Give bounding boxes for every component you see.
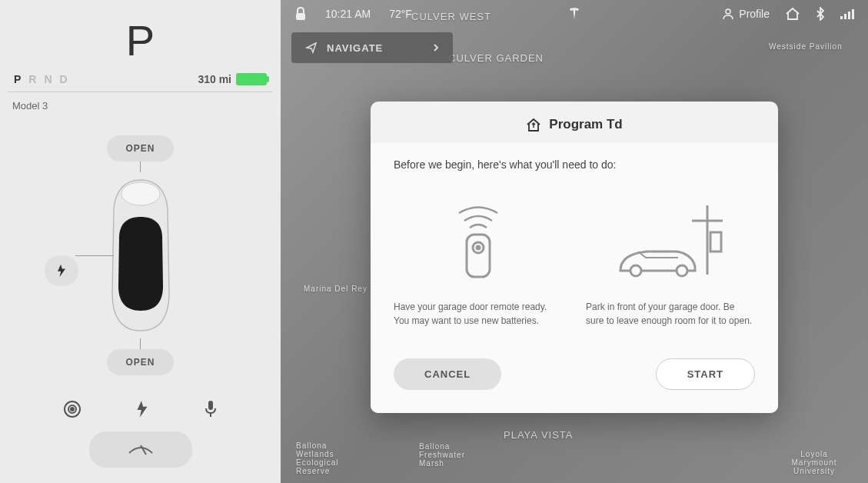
gear-r: R (28, 73, 36, 85)
svg-rect-18 (710, 232, 721, 251)
icon-row (63, 399, 218, 419)
svg-rect-4 (208, 401, 213, 410)
gear-selector: P R N D (14, 73, 68, 85)
gear-d: D (60, 73, 68, 85)
modal-overlay: Program Td Before we begin, here's what … (281, 0, 868, 483)
svg-line-6 (141, 445, 146, 455)
model-name: Model 3 (8, 100, 273, 112)
modal-actions: CANCEL START (394, 358, 755, 390)
modal-body: Before we begin, here's what you'll need… (371, 143, 778, 413)
status-row: P R N D 310 mi (8, 73, 273, 92)
park-garage-icon (609, 194, 732, 286)
car-top-view (106, 178, 175, 332)
modal-steps: Have your garage door remote ready. You … (394, 194, 755, 328)
trunk-line (140, 338, 141, 349)
gear-p: P (14, 73, 21, 85)
modal-header: Program Td (371, 102, 778, 143)
step-remote-text: Have your garage door remote ready. You … (394, 300, 563, 328)
camera-icon (63, 400, 81, 418)
bolt-icon (135, 399, 149, 419)
gear-n: N (44, 73, 52, 85)
bolt-icon (55, 263, 68, 278)
left-car-panel: P P R N D 310 mi Model 3 OPEN OPEN (0, 0, 281, 483)
svg-point-0 (121, 182, 160, 205)
charge-connector-line (75, 255, 114, 256)
step-park: Park in front of your garage door. Be su… (586, 194, 755, 328)
svg-point-15 (477, 246, 480, 249)
charging-button[interactable] (135, 399, 149, 419)
bottom-controls (8, 399, 273, 475)
remote-icon (451, 194, 505, 286)
modal-intro: Before we begin, here's what you'll need… (394, 158, 755, 171)
car-container: OPEN OPEN (8, 112, 273, 399)
program-homelink-modal: Program Td Before we begin, here's what … (371, 102, 778, 413)
right-panel: CULVER WEST CULVER GARDEN PLAYA VISTA Ma… (281, 0, 868, 483)
svg-rect-13 (467, 235, 490, 277)
camera-button[interactable] (63, 400, 81, 418)
cancel-button[interactable]: CANCEL (394, 358, 501, 390)
svg-point-19 (630, 265, 641, 276)
svg-point-3 (71, 408, 74, 411)
open-frunk-button[interactable]: OPEN (107, 135, 173, 162)
voice-button[interactable] (203, 399, 218, 419)
modal-title: Program Td (549, 117, 622, 132)
range-label: 310 mi (198, 73, 231, 85)
open-trunk-button[interactable]: OPEN (107, 349, 173, 375)
home-up-icon (526, 117, 541, 132)
svg-point-20 (677, 265, 687, 276)
wiper-button[interactable] (89, 431, 192, 468)
gear-indicator: P (8, 15, 273, 65)
step-park-text: Park in front of your garage door. Be su… (586, 300, 755, 328)
microphone-icon (203, 399, 218, 419)
frunk-line (140, 162, 141, 172)
start-button[interactable]: START (656, 358, 755, 390)
battery-icon (236, 73, 267, 85)
charge-port-button[interactable] (45, 255, 78, 286)
wiper-icon (128, 441, 154, 456)
step-remote: Have your garage door remote ready. You … (394, 194, 563, 328)
range-battery: 310 mi (198, 73, 267, 85)
